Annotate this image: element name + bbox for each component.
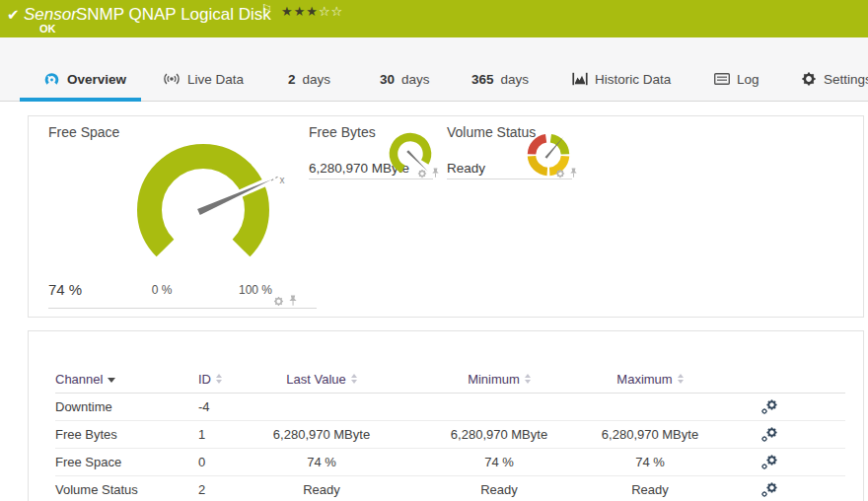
channel-last-value: 6,280,970 MByte <box>243 427 400 442</box>
sort-icon <box>678 374 684 384</box>
tab-historic-data[interactable]: Historic Data <box>572 67 671 91</box>
live-data-icon <box>163 72 181 86</box>
historic-chart-icon <box>572 72 588 86</box>
channel-maximum: 74 % <box>598 455 702 469</box>
channel-last-value: Ready <box>243 482 400 497</box>
active-tab-underline <box>20 98 141 102</box>
sensor-title: SNMP QNAP Logical Disk <box>76 5 271 25</box>
channel-settings-icon[interactable] <box>760 399 779 415</box>
tab-2-days[interactable]: 2 days <box>288 67 330 91</box>
channel-name: Volume Status <box>55 482 198 497</box>
sort-icon <box>351 374 357 384</box>
tab-label: Historic Data <box>595 72 671 87</box>
log-icon <box>714 73 730 85</box>
volume-status-value: Ready <box>447 161 485 176</box>
free-space-gauge: x <box>60 125 346 298</box>
column-header-minimum[interactable]: Minimum <box>400 372 598 387</box>
tab-label: days <box>401 72 430 87</box>
gauge-icon <box>43 71 60 88</box>
pin-icon[interactable] <box>569 168 578 179</box>
gauge-actions <box>273 295 298 307</box>
table-header-row: Channel ID Last Value Minimum Maximum <box>55 365 845 394</box>
channel-id: 2 <box>198 482 243 497</box>
channel-id: 0 <box>198 455 243 469</box>
pin-icon[interactable] <box>431 168 440 179</box>
gauge-actions <box>555 168 578 179</box>
gauge-actions <box>417 168 440 179</box>
gauges-panel: Free Space x 0 % 100 % 74 % Free Bytes 6… <box>28 115 864 318</box>
channel-minimum: Ready <box>400 482 598 497</box>
gear-icon <box>801 71 817 87</box>
tab-label: days <box>501 72 530 87</box>
tab-number: 30 <box>380 72 395 87</box>
gauge-hover-marker: x <box>280 175 285 185</box>
channel-last-value: 74 % <box>243 455 400 469</box>
stars-empty[interactable]: ☆☆ <box>319 4 343 19</box>
tab-number: 365 <box>471 72 494 87</box>
tab-label: Overview <box>67 72 126 87</box>
tab-overview[interactable]: Overview <box>43 67 126 91</box>
table-row: Free Space 0 74 % 74 % 74 % <box>55 449 845 476</box>
channel-maximum: 6,280,970 MByte <box>598 427 702 442</box>
divider <box>48 308 317 309</box>
channel-settings-icon[interactable] <box>760 482 779 498</box>
pin-icon[interactable] <box>288 295 298 307</box>
table-row: Volume Status 2 Ready Ready Ready <box>55 476 845 501</box>
tab-label: days <box>303 72 331 87</box>
gauge-scale-min: 0 % <box>147 283 177 297</box>
channel-maximum: Ready <box>598 482 702 497</box>
channel-id: 1 <box>198 427 243 442</box>
tab-label: Settings <box>824 72 868 87</box>
channels-panel: Channel ID Last Value Minimum Maximum Do… <box>28 330 864 501</box>
flag-icon[interactable]: ⚐ <box>261 2 272 16</box>
tab-settings[interactable]: Settings <box>801 67 868 91</box>
stars-filled[interactable]: ★★★ <box>281 4 319 19</box>
channel-settings-icon[interactable] <box>760 427 779 443</box>
column-header-maximum[interactable]: Maximum <box>598 372 702 387</box>
channel-id: -4 <box>198 399 243 414</box>
channel-name: Free Bytes <box>55 427 198 442</box>
gauge-settings-gear-icon[interactable] <box>555 169 565 179</box>
tab-log[interactable]: Log <box>714 67 760 91</box>
tab-bar: Overview Live Data 2 days 30 days 365 da… <box>0 37 868 102</box>
column-header-channel[interactable]: Channel <box>55 372 198 387</box>
gauge-settings-gear-icon[interactable] <box>417 169 427 179</box>
channel-table: Channel ID Last Value Minimum Maximum Do… <box>55 365 845 501</box>
channel-name: Downtime <box>55 399 198 414</box>
column-header-last-value[interactable]: Last Value <box>243 372 400 387</box>
table-row: Free Bytes 1 6,280,970 MByte 6,280,970 M… <box>55 421 845 449</box>
table-row: Downtime -4 <box>55 394 845 421</box>
free-space-value: 74 % <box>48 281 82 298</box>
tab-label: Live Data <box>187 72 244 87</box>
gauge-settings-gear-icon[interactable] <box>273 296 284 307</box>
tab-live-data[interactable]: Live Data <box>163 67 244 91</box>
gauge-scale-max: 100 % <box>234 283 277 297</box>
status-badge: OK <box>39 23 56 35</box>
sort-desc-icon <box>108 378 115 383</box>
channel-minimum: 74 % <box>400 455 598 469</box>
column-header-id[interactable]: ID <box>198 372 243 387</box>
object-kind-label: Sensor <box>24 5 77 25</box>
sort-icon <box>216 374 222 384</box>
channel-minimum: 6,280,970 MByte <box>400 427 598 442</box>
gauge-title-free-bytes: Free Bytes <box>309 124 376 140</box>
tab-number: 2 <box>288 72 296 87</box>
sort-icon <box>525 374 531 384</box>
channel-name: Free Space <box>55 455 198 469</box>
tab-30-days[interactable]: 30 days <box>380 67 430 91</box>
channel-settings-icon[interactable] <box>760 455 779 470</box>
tab-365-days[interactable]: 365 days <box>471 67 529 91</box>
priority-stars[interactable]: ★★★☆☆ <box>281 4 343 19</box>
status-ok-check-icon: ✔ <box>7 6 20 24</box>
tab-label: Log <box>737 72 760 87</box>
sensor-header: ✔ Sensor SNMP QNAP Logical Disk ⚐ ★★★☆☆ … <box>0 0 868 37</box>
